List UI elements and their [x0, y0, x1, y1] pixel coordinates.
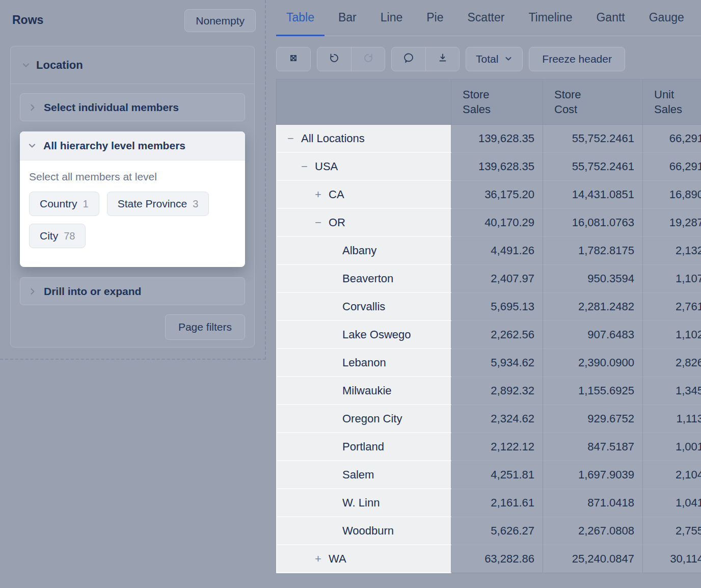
chevron-right-icon	[29, 103, 37, 112]
row-label-woodburn[interactable]: Woodburn	[276, 517, 451, 545]
page-filters-button[interactable]: Page filters	[165, 314, 245, 340]
data-cell: 19,287	[643, 209, 701, 237]
nonempty-button[interactable]: Nonempty	[184, 9, 256, 32]
tab-line[interactable]: Line	[370, 0, 413, 36]
tab-pie[interactable]: Pie	[416, 0, 453, 36]
data-cell: 2,761	[643, 293, 701, 321]
data-cell: 4,251.81	[451, 461, 543, 489]
redo-button[interactable]	[351, 47, 385, 71]
level-chip-country[interactable]: Country1	[29, 192, 99, 216]
data-cell: 2,826	[643, 349, 701, 377]
chip-count: 1	[83, 198, 89, 210]
location-card-header[interactable]: Location	[11, 46, 254, 84]
row-label-lake-oswego[interactable]: Lake Oswego	[276, 321, 451, 349]
download-button[interactable]	[425, 47, 459, 71]
undo-button[interactable]	[317, 47, 351, 71]
data-cell: 2,324.62	[451, 405, 543, 433]
freeze-header-button[interactable]: Freeze header	[529, 47, 625, 71]
table-toolbar: Total Freeze header	[276, 47, 625, 71]
collapse-node-icon[interactable]: −	[287, 132, 301, 145]
row-label-beaverton[interactable]: Beaverton	[276, 265, 451, 293]
row-label-milwaukie[interactable]: Milwaukie	[276, 377, 451, 405]
section-drill-into-or-expand[interactable]: Drill into or expand	[20, 277, 245, 305]
data-cell: 55,752.2461	[543, 125, 643, 153]
data-cell: 2,161.61	[451, 489, 543, 517]
row-label-w-linn[interactable]: W. Linn	[276, 489, 451, 517]
row-label-portland[interactable]: Portland	[276, 433, 451, 461]
rows-dropzone: Rows Nonempty Location Select individual…	[0, 0, 266, 360]
level-chip-state-province[interactable]: State Province3	[107, 192, 209, 216]
data-cell: 2,390.0900	[543, 349, 643, 377]
corner-header-cell	[276, 79, 451, 125]
tab-bar[interactable]: Bar	[328, 0, 367, 36]
expand-node-icon[interactable]: +	[315, 552, 329, 566]
row-label-text: Albany	[342, 244, 376, 257]
tab-gantt[interactable]: Gantt	[586, 0, 635, 36]
chart-type-tabs: TableBarLinePieScatterTimelineGanttGauge	[276, 0, 701, 36]
total-dropdown[interactable]: Total	[466, 47, 523, 71]
row-label-text: Milwaukie	[342, 384, 392, 397]
row-label-lebanon[interactable]: Lebanon	[276, 349, 451, 377]
row-label-or[interactable]: −OR	[276, 209, 451, 237]
data-cell: 1,345	[643, 377, 701, 405]
column-header: Unit Sales	[643, 79, 701, 125]
row-label-wa[interactable]: +WA	[276, 545, 451, 573]
data-cell: 1,041	[643, 489, 701, 517]
data-cell: 2,407.97	[451, 265, 543, 293]
select-level-helper: Select all members at level	[29, 171, 236, 183]
row-label-ca[interactable]: +CA	[276, 181, 451, 209]
tab-scatter[interactable]: Scatter	[457, 0, 515, 36]
data-cell: 2,755	[643, 517, 701, 545]
data-cell: 36,175.20	[451, 181, 543, 209]
data-cell: 16,081.0763	[543, 209, 643, 237]
data-cell: 2,122.12	[451, 433, 543, 461]
data-cell: 5,695.13	[451, 293, 543, 321]
section-select-individual-members[interactable]: Select individual members	[20, 93, 245, 121]
tab-timeline[interactable]: Timeline	[518, 0, 582, 36]
row-label-corvallis[interactable]: Corvallis	[276, 293, 451, 321]
location-card: Location Select individual members All h…	[10, 46, 255, 348]
caret-down-icon	[504, 53, 513, 65]
row-label-text: CA	[329, 188, 344, 201]
comment-button[interactable]	[392, 47, 425, 71]
collapse-node-icon[interactable]: −	[315, 216, 329, 229]
row-label-text: W. Linn	[342, 496, 380, 510]
data-cell: 1,697.9039	[543, 461, 643, 489]
pivot-table: Store SalesStore CostUnit Sales−All Loca…	[276, 79, 701, 573]
data-cell: 139,628.35	[451, 153, 543, 181]
tab-gauge[interactable]: Gauge	[639, 0, 694, 36]
row-label-text: Lake Oswego	[342, 328, 411, 341]
chip-count: 78	[64, 230, 75, 242]
data-cell: 25,240.0847	[543, 545, 643, 573]
data-cell: 4,491.26	[451, 237, 543, 265]
data-cell: 66,291	[643, 125, 701, 153]
row-label-oregon-city[interactable]: Oregon City	[276, 405, 451, 433]
expand-button[interactable]	[277, 47, 310, 71]
data-cell: 139,628.35	[451, 125, 543, 153]
column-header: Store Sales	[451, 79, 543, 125]
all-hierarchy-members-header[interactable]: All hierarchy level members	[20, 131, 245, 161]
rows-panel-title: Rows	[12, 13, 43, 27]
data-cell: 2,262.56	[451, 321, 543, 349]
redo-icon	[362, 52, 374, 66]
row-label-text: Salem	[342, 468, 374, 482]
chip-count: 3	[193, 198, 198, 210]
data-cell: 871.0418	[543, 489, 643, 517]
tab-table[interactable]: Table	[276, 0, 325, 36]
data-cell: 63,282.86	[451, 545, 543, 573]
level-chip-city[interactable]: City78	[29, 224, 86, 248]
row-label-all-locations[interactable]: −All Locations	[276, 125, 451, 153]
row-label-salem[interactable]: Salem	[276, 461, 451, 489]
data-cell: 2,104	[643, 461, 701, 489]
data-cell: 1,001	[643, 433, 701, 461]
row-label-text: USA	[315, 160, 338, 173]
chevron-down-icon	[28, 142, 36, 150]
rows-header: Rows Nonempty	[12, 9, 256, 32]
row-label-usa[interactable]: −USA	[276, 153, 451, 181]
row-label-albany[interactable]: Albany	[276, 237, 451, 265]
expand-node-icon[interactable]: +	[315, 188, 329, 201]
location-title: Location	[36, 59, 83, 72]
collapse-node-icon[interactable]: −	[301, 160, 315, 173]
row-label-text: All Locations	[301, 132, 365, 145]
data-cell: 1,102	[643, 321, 701, 349]
